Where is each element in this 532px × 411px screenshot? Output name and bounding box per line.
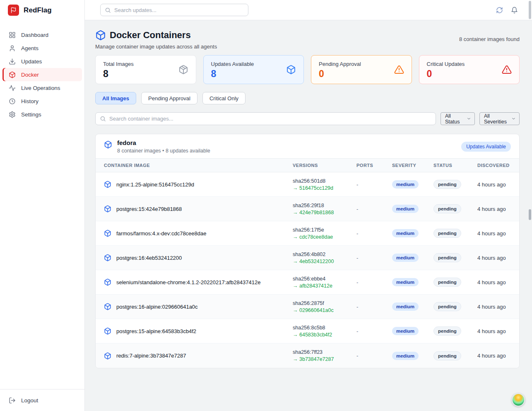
severity-badge: medium xyxy=(392,180,419,189)
container-search xyxy=(95,112,436,125)
version-new: → 516475cc129d xyxy=(293,185,356,191)
table-row[interactable]: postgres:15:424e79b81868 sha256:29f18 → … xyxy=(96,197,519,221)
sidebar-item-label: Updates xyxy=(21,58,42,65)
sidebar-item-docker[interactable]: Docker xyxy=(2,68,82,81)
refresh-icon[interactable] xyxy=(496,7,503,14)
table-row[interactable]: postgres:16-alpine:029660641a0c sha256:2… xyxy=(96,295,519,319)
status-filter-value: All Status xyxy=(445,113,463,125)
table-row[interactable]: farmos/farmos:4.x-dev:cdc78cee8dae sha25… xyxy=(96,221,519,246)
container-image-name: nginx:1.25-alpine:516475cc129d xyxy=(116,181,194,188)
sidebar-nav: Dashboard Agents Updates Docker Live Ope… xyxy=(0,20,84,389)
container-image-name: farmos/farmos:4.x-dev:cdc78cee8dae xyxy=(116,230,207,237)
scrollbar-thumb[interactable] xyxy=(529,1,531,19)
page-header: Docker Containers Manage container image… xyxy=(95,30,520,50)
updates-available-badge: Updates Available xyxy=(461,142,511,152)
severity-badge: medium xyxy=(392,352,419,360)
table-body: nginx:1.25-alpine:516475cc129d sha256:50… xyxy=(96,172,519,368)
sidebar-item-live-operations[interactable]: Live Operations xyxy=(2,81,82,94)
discovered-value: 4 hours ago xyxy=(477,353,511,359)
logout-button[interactable]: Logout xyxy=(2,394,82,407)
chevron-down-icon xyxy=(467,116,471,121)
version-current: sha256:4b802 xyxy=(293,251,356,257)
cube-icon xyxy=(104,352,111,360)
version-current: sha256:17f5e xyxy=(293,227,356,233)
filter-tab-all-images[interactable]: All Images xyxy=(95,92,136,104)
sidebar-item-label: History xyxy=(21,98,39,104)
table-row[interactable]: selenium/standalone-chrome:4.1.2-2022021… xyxy=(96,270,519,295)
content: Docker Containers Manage container image… xyxy=(85,20,532,411)
column-header: PORTS xyxy=(356,163,392,168)
ports-value: - xyxy=(356,181,392,188)
stat-value: 8 xyxy=(211,69,254,79)
version-new: → 64583b3cb4f2 xyxy=(293,332,356,338)
filter-bar: All Status All Severities xyxy=(95,112,520,125)
sidebar-item-dashboard[interactable]: Dashboard xyxy=(2,28,82,41)
cube-icon xyxy=(104,205,111,213)
stat-card-critical-updates: Critical Updates 0 xyxy=(419,55,520,84)
page-subtitle: Manage container image updates across al… xyxy=(95,44,217,50)
cube-icon xyxy=(104,327,111,335)
discovered-value: 4 hours ago xyxy=(477,304,511,310)
status-badge: pending xyxy=(433,229,461,238)
version-current: sha256:8c5b8 xyxy=(293,325,356,331)
stat-label: Pending Approval xyxy=(319,61,361,67)
sidebar-item-history[interactable]: History xyxy=(2,94,82,108)
container-search-input[interactable] xyxy=(95,112,436,125)
ports-value: - xyxy=(356,304,392,310)
discovered-value: 4 hours ago xyxy=(477,230,511,237)
cube-icon xyxy=(9,71,16,78)
table-row[interactable]: nginx:1.25-alpine:516475cc129d sha256:50… xyxy=(96,172,519,197)
group-header: fedora 8 container images • 8 updates av… xyxy=(96,134,519,158)
topbar-search xyxy=(100,4,248,16)
floating-widget-button[interactable] xyxy=(512,393,525,406)
sidebar-item-label: Dashboard xyxy=(21,32,48,38)
cube-icon xyxy=(104,254,111,261)
table-row[interactable]: postgres:16:4eb532412200 sha256:4b802 → … xyxy=(96,246,519,270)
sidebar-item-label: Docker xyxy=(21,72,39,78)
page-title: Docker Containers xyxy=(110,30,191,41)
status-badge: pending xyxy=(433,278,461,287)
version-current: sha256:7ff23 xyxy=(293,349,356,355)
updates-search-input[interactable] xyxy=(100,4,248,16)
notification-bell-icon[interactable] xyxy=(511,7,518,14)
status-badge: pending xyxy=(433,302,461,311)
table-row[interactable]: postgres:15-alpine:64583b3cb4f2 sha256:8… xyxy=(96,319,519,343)
chevron-down-icon xyxy=(511,116,516,121)
ports-value: - xyxy=(356,206,392,212)
status-badge: pending xyxy=(433,180,461,189)
download-icon xyxy=(9,58,16,65)
container-image-name: selenium/standalone-chrome:4.1.2-2022021… xyxy=(116,279,260,285)
brand-name: RedFlag xyxy=(24,6,52,15)
column-header: VERSIONS xyxy=(293,163,356,168)
logout-label: Logout xyxy=(21,397,38,404)
table-row[interactable]: redis:7-alpine:3b73847e7287 sha256:7ff23… xyxy=(96,343,519,368)
scrollbar-thumb[interactable] xyxy=(529,209,531,220)
warning-triangle-icon xyxy=(394,65,404,75)
warning-triangle-icon xyxy=(502,65,512,75)
version-new: → 4eb532412200 xyxy=(293,259,356,264)
ports-value: - xyxy=(356,279,392,285)
topbar-actions xyxy=(496,7,518,14)
docker-cube-icon xyxy=(95,30,106,41)
version-current: sha256:501d8 xyxy=(293,178,356,184)
discovered-value: 4 hours ago xyxy=(477,181,511,188)
version-new: → 424e79b81868 xyxy=(293,210,356,215)
stat-cards: Total Images 8 Updates Available 8 Pendi… xyxy=(95,55,520,84)
discovered-value: 4 hours ago xyxy=(477,328,511,334)
severity-badge: medium xyxy=(392,278,419,286)
sidebar-item-updates[interactable]: Updates xyxy=(2,55,82,68)
sidebar-item-agents[interactable]: Agents xyxy=(2,41,82,55)
sidebar-item-label: Settings xyxy=(21,111,41,118)
activity-icon xyxy=(9,85,16,92)
user-icon xyxy=(9,45,16,52)
version-current: sha256:29f18 xyxy=(293,203,356,208)
stat-label: Updates Available xyxy=(211,61,254,67)
severity-filter-select[interactable]: All Severities xyxy=(479,112,520,125)
sidebar-item-settings[interactable]: Settings xyxy=(2,108,82,121)
cube-icon xyxy=(104,181,111,188)
status-filter-select[interactable]: All Status xyxy=(441,112,475,125)
column-header: CONTAINER IMAGE xyxy=(104,163,293,168)
version-new: → 3b73847e7287 xyxy=(293,356,356,362)
filter-tab-pending-approval[interactable]: Pending Approval xyxy=(141,92,197,104)
filter-tab-critical-only[interactable]: Critical Only xyxy=(202,92,246,104)
